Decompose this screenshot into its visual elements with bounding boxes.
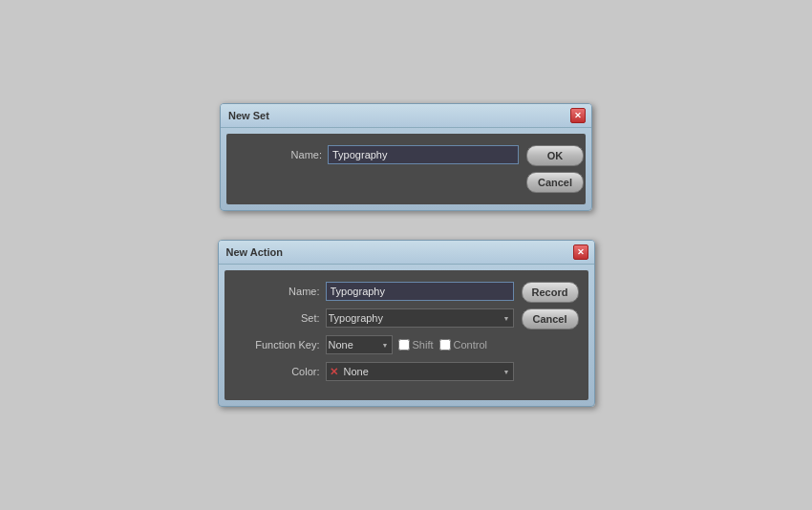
new-action-function-key-row: Function Key: None Shift [234, 335, 514, 354]
new-set-buttons: OK Cancel [526, 145, 584, 193]
new-action-set-row: Set: Typography [234, 308, 514, 328]
new-action-function-row: None Shift Control [326, 335, 487, 354]
new-action-name-input[interactable] [326, 282, 514, 301]
new-set-name-input[interactable] [328, 145, 519, 164]
new-set-dialog: New Set ✕ Name: OK Cancel [220, 103, 592, 211]
new-set-fields: Name: [236, 145, 519, 172]
new-action-title: New Action [226, 246, 284, 258]
new-action-name-label: Name: [234, 286, 320, 297]
new-action-close-button[interactable]: ✕ [573, 244, 588, 260]
new-action-set-wrapper: Typography [326, 308, 514, 328]
new-action-set-label: Set: [234, 312, 320, 324]
new-set-cancel-button[interactable]: Cancel [526, 172, 584, 193]
new-action-color-wrapper: None ✕ [326, 362, 514, 381]
new-action-cancel-button[interactable]: Cancel [522, 308, 579, 329]
new-action-color-row: Color: None ✕ [234, 362, 514, 381]
new-action-fields: Name: Set: Typography Function Key: [234, 282, 514, 389]
new-set-name-label: Name: [236, 149, 322, 160]
new-action-buttons: Record Cancel [522, 282, 579, 329]
new-action-record-button[interactable]: Record [522, 282, 579, 303]
new-set-name-row: Name: [236, 145, 519, 164]
new-action-body: Name: Set: Typography Function Key: [224, 270, 588, 400]
new-action-content: Name: Set: Typography Function Key: [234, 282, 579, 389]
new-action-function-key-wrapper: None [326, 335, 393, 354]
new-action-function-key-select[interactable]: None [326, 335, 393, 354]
new-set-titlebar: New Set ✕ [221, 104, 591, 128]
new-action-shift-label: Shift [398, 339, 434, 351]
new-action-control-checkbox[interactable] [439, 339, 451, 351]
new-set-body: Name: OK Cancel [226, 134, 586, 204]
new-action-dialog: New Action ✕ Name: Set: Typography [218, 240, 595, 407]
new-action-color-label: Color: [234, 366, 320, 377]
new-set-ok-button[interactable]: OK [526, 145, 584, 166]
new-action-set-select[interactable]: Typography [326, 308, 514, 328]
new-set-content: Name: OK Cancel [236, 145, 576, 193]
new-action-color-select[interactable]: None [326, 362, 514, 381]
new-action-shift-checkbox[interactable] [398, 339, 410, 351]
new-action-name-row: Name: [234, 282, 514, 301]
new-action-function-key-label: Function Key: [234, 339, 320, 351]
new-action-titlebar: New Action ✕ [219, 241, 594, 265]
new-action-control-label: Control [439, 339, 487, 351]
new-set-close-button[interactable]: ✕ [570, 108, 586, 123]
new-set-title: New Set [228, 110, 269, 121]
